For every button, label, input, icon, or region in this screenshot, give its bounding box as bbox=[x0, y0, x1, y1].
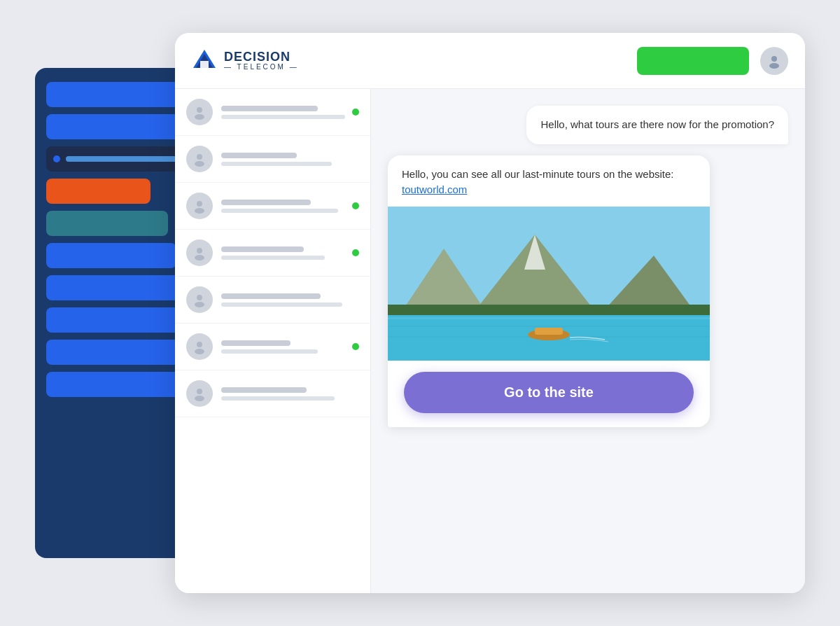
chat-info bbox=[221, 153, 359, 166]
chat-name-bar bbox=[221, 106, 318, 111]
list-item[interactable] bbox=[175, 183, 370, 230]
sidebar-item-3[interactable] bbox=[46, 243, 176, 268]
bot-message-bubble: Hello, you can see all our last-minute t… bbox=[388, 155, 710, 427]
sidebar-item-1[interactable] bbox=[46, 82, 194, 107]
list-item[interactable] bbox=[175, 136, 370, 183]
body: Hello, what tours are there now for the … bbox=[175, 89, 805, 593]
list-item[interactable] bbox=[175, 370, 370, 417]
chat-msg-bar bbox=[221, 115, 345, 119]
svg-point-3 bbox=[771, 56, 777, 62]
svg-rect-27 bbox=[388, 326, 710, 327]
svg-rect-30 bbox=[535, 328, 563, 335]
user-message-bubble: Hello, what tours are there now for the … bbox=[526, 106, 788, 144]
chat-avatar bbox=[186, 380, 213, 407]
sidebar-item-5[interactable] bbox=[46, 307, 185, 333]
chat-avatar bbox=[186, 239, 213, 266]
online-dot bbox=[352, 109, 359, 116]
chat-info bbox=[221, 200, 359, 213]
chat-info bbox=[221, 387, 359, 401]
sidebar-item-7[interactable] bbox=[46, 372, 181, 397]
chat-msg-bar bbox=[221, 349, 318, 354]
sidebar-item-orange[interactable] bbox=[46, 179, 150, 204]
svg-point-7 bbox=[197, 154, 202, 160]
svg-point-13 bbox=[197, 295, 202, 300]
user-message-text: Hello, what tours are there now for the … bbox=[540, 118, 774, 130]
svg-point-9 bbox=[197, 201, 202, 207]
svg-point-11 bbox=[197, 248, 202, 253]
chat-name-bar bbox=[221, 200, 311, 205]
svg-point-18 bbox=[195, 396, 204, 401]
chat-avatar bbox=[186, 286, 213, 313]
sidebar-item-teal[interactable] bbox=[46, 211, 168, 236]
header: DECISION — TELECOM — bbox=[175, 33, 805, 89]
sidebar-active-dot bbox=[53, 155, 60, 162]
avatar[interactable] bbox=[760, 47, 788, 75]
chat-name-bar bbox=[221, 246, 304, 252]
svg-point-8 bbox=[195, 161, 204, 167]
online-dot bbox=[352, 202, 359, 209]
chat-info bbox=[221, 246, 359, 260]
chat-name-bar bbox=[221, 340, 290, 346]
logo-name: DECISION bbox=[224, 50, 299, 63]
online-dot bbox=[352, 249, 359, 256]
list-item[interactable] bbox=[175, 230, 370, 277]
bot-link[interactable]: toutworld.com bbox=[402, 183, 467, 195]
header-action-button[interactable] bbox=[637, 47, 749, 75]
chat-avatar bbox=[186, 193, 213, 219]
scene: DECISION — TELECOM — bbox=[35, 33, 805, 593]
chat-info bbox=[221, 340, 359, 354]
svg-point-6 bbox=[195, 114, 204, 120]
list-item[interactable] bbox=[175, 89, 370, 136]
chat-list bbox=[175, 89, 371, 593]
svg-point-12 bbox=[195, 255, 204, 260]
svg-point-14 bbox=[195, 302, 204, 307]
logo-icon bbox=[192, 48, 217, 74]
chat-name-bar bbox=[221, 387, 307, 393]
chat-info bbox=[221, 293, 359, 307]
chat-avatar bbox=[186, 333, 213, 360]
svg-point-10 bbox=[195, 208, 204, 214]
logo-subtitle: — TELECOM — bbox=[224, 63, 299, 71]
chat-info bbox=[221, 106, 359, 119]
main-panel: DECISION — TELECOM — bbox=[175, 33, 805, 593]
chat-msg-bar bbox=[221, 209, 338, 213]
chat-msg-bar bbox=[221, 396, 335, 401]
chat-msg-bar bbox=[221, 256, 325, 260]
svg-point-17 bbox=[197, 389, 202, 394]
online-dot bbox=[352, 343, 359, 350]
goto-site-button[interactable]: Go to the site bbox=[404, 372, 694, 413]
chat-msg-bar bbox=[221, 302, 342, 307]
svg-rect-26 bbox=[388, 317, 710, 319]
chat-msg-bar bbox=[221, 162, 332, 166]
svg-point-5 bbox=[197, 107, 202, 113]
svg-rect-2 bbox=[200, 61, 209, 68]
chat-window: Hello, what tours are there now for the … bbox=[371, 89, 805, 593]
list-item[interactable] bbox=[175, 324, 370, 370]
chat-avatar bbox=[186, 146, 213, 172]
svg-point-16 bbox=[195, 349, 204, 354]
logo: DECISION — TELECOM — bbox=[192, 48, 299, 74]
svg-point-4 bbox=[769, 63, 779, 69]
bot-message-text: Hello, you can see all our last-minute t… bbox=[388, 155, 710, 207]
svg-point-15 bbox=[197, 342, 202, 347]
logo-text: DECISION — TELECOM — bbox=[224, 50, 299, 71]
chat-name-bar bbox=[221, 293, 321, 299]
chat-avatar bbox=[186, 99, 213, 125]
chat-name-bar bbox=[221, 153, 297, 158]
lake-image bbox=[388, 207, 710, 361]
bot-text-before-link: Hello, you can see all our last-minute t… bbox=[402, 168, 674, 180]
list-item[interactable] bbox=[175, 277, 370, 324]
